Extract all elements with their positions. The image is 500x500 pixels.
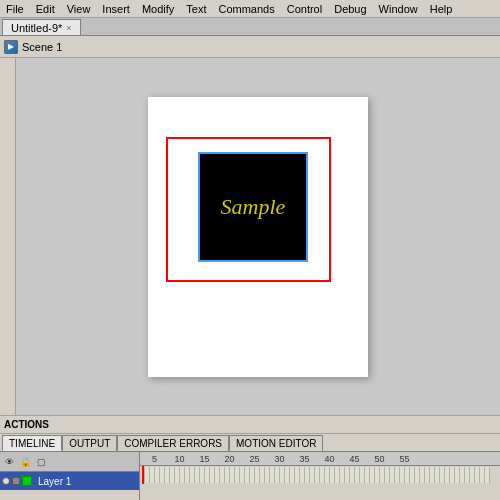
frame-numbers: 5 10 15 20 25 30 35 40 45 50 55 (140, 452, 500, 466)
menu-insert[interactable]: Insert (96, 2, 136, 16)
tab-motion-editor[interactable]: MOTION EDITOR (229, 435, 323, 451)
frame-num-20: 20 (217, 454, 242, 464)
document-tab[interactable]: Untitled-9* × (2, 19, 81, 35)
frame-num-55: 55 (392, 454, 417, 464)
layer-row[interactable]: Layer 1 (0, 472, 139, 490)
timeline-content: 👁 🔒 ▢ Layer 1 5 10 15 20 25 30 35 (0, 452, 500, 500)
tab-compiler-errors[interactable]: COMPILER ERRORS (117, 435, 229, 451)
actions-bar: ACTIONS (0, 416, 500, 434)
tab-label: Untitled-9* (11, 22, 62, 34)
menu-edit[interactable]: Edit (30, 2, 61, 16)
frame-num-15: 15 (192, 454, 217, 464)
actions-label: ACTIONS (4, 419, 49, 430)
tab-timeline[interactable]: TIMELINE (2, 435, 62, 451)
frame-num-30: 30 (267, 454, 292, 464)
frames-area: 5 10 15 20 25 30 35 40 45 50 55 (functio… (140, 452, 500, 500)
outline-box (22, 476, 32, 486)
timeline-tabs: TIMELINE OUTPUT COMPILER ERRORS MOTION E… (0, 434, 500, 452)
lock-icon: 🔒 (18, 455, 32, 469)
layer-controls: 👁 🔒 ▢ (0, 452, 139, 472)
menu-view[interactable]: View (61, 2, 97, 16)
tab-bar: Untitled-9* × (0, 18, 500, 36)
visibility-dot (2, 477, 10, 485)
layer-name: Layer 1 (38, 476, 71, 487)
eye-icon: 👁 (2, 455, 16, 469)
frame-num-50: 50 (367, 454, 392, 464)
lock-dot (12, 477, 20, 485)
scene-icon: ▶ (4, 40, 18, 54)
menu-bar: File Edit View Insert Modify Text Comman… (0, 0, 500, 18)
frame-num-5: 5 (142, 454, 167, 464)
menu-window[interactable]: Window (373, 2, 424, 16)
tab-close-button[interactable]: × (66, 23, 71, 33)
sample-text: Sample (221, 194, 286, 220)
tab-output[interactable]: OUTPUT (62, 435, 117, 451)
menu-control[interactable]: Control (281, 2, 328, 16)
outline-icon: ▢ (34, 455, 48, 469)
layer-panel: 👁 🔒 ▢ Layer 1 (0, 452, 140, 500)
frame-num-40: 40 (317, 454, 342, 464)
frames-row: (function() { const fr = document.getEle… (140, 466, 500, 484)
frame-num-25: 25 (242, 454, 267, 464)
frame-cell-69[interactable] (485, 467, 490, 483)
stage: Sample (148, 97, 368, 377)
menu-help[interactable]: Help (424, 2, 459, 16)
scene-label[interactable]: Scene 1 (22, 41, 62, 53)
scene-panel: ▶ Scene 1 (0, 36, 500, 58)
menu-text[interactable]: Text (180, 2, 212, 16)
frame-num-10: 10 (167, 454, 192, 464)
main-area: Sample (0, 58, 500, 415)
toolbox (0, 58, 16, 415)
canvas-area[interactable]: Sample (16, 58, 500, 415)
bottom-panels: ACTIONS TIMELINE OUTPUT COMPILER ERRORS … (0, 415, 500, 500)
menu-modify[interactable]: Modify (136, 2, 180, 16)
menu-debug[interactable]: Debug (328, 2, 372, 16)
frame-num-35: 35 (292, 454, 317, 464)
menu-file[interactable]: File (0, 2, 30, 16)
frame-num-45: 45 (342, 454, 367, 464)
movie-clip[interactable]: Sample (198, 152, 308, 262)
menu-commands[interactable]: Commands (212, 2, 280, 16)
playhead (142, 466, 144, 484)
